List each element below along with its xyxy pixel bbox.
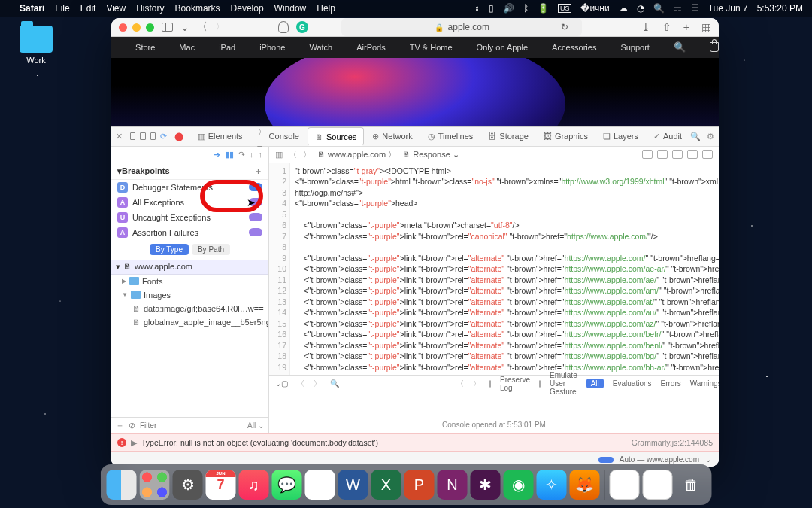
nav-airpods[interactable]: AirPods <box>356 43 386 52</box>
view-icon-3[interactable] <box>687 150 698 159</box>
view-icon-2[interactable] <box>672 150 683 159</box>
add-breakpoint-button[interactable]: ＋ <box>254 166 262 177</box>
dock-document-1[interactable]: 🗎 <box>610 470 640 500</box>
nav-search-icon[interactable]: 🔍 <box>674 41 686 53</box>
tab-overview-icon[interactable]: ▦ <box>701 21 711 33</box>
view-icon-1[interactable] <box>657 150 668 159</box>
filter-input[interactable] <box>140 421 243 430</box>
breakpoint-item[interactable]: UUncaught Exceptions <box>111 210 268 225</box>
console-search-icon[interactable]: 🔍 <box>330 379 339 388</box>
tree-root[interactable]: ▾🗎www.apple.com <box>111 260 268 275</box>
console-toggle-icon[interactable]: ⌄▢ <box>275 379 288 388</box>
sidebar-toggle-icon[interactable] <box>162 23 173 32</box>
step-in-icon[interactable]: ↓ <box>250 150 254 159</box>
spotlight-icon[interactable]: 🔍 <box>653 3 665 14</box>
filter-all[interactable]: All ⌄ <box>247 421 264 430</box>
nav-mac[interactable]: Mac <box>179 43 195 52</box>
dock-onenote[interactable]: N <box>438 470 468 500</box>
breakpoints-header[interactable]: ▾ Breakpoints ＋ <box>111 163 268 180</box>
record-icon[interactable]: ⬤ <box>174 132 183 141</box>
tab-timelines[interactable]: ◷Timelines <box>421 127 480 146</box>
dock-side-icon[interactable] <box>130 132 135 140</box>
sync-icon[interactable]: ☁ <box>619 3 628 14</box>
step-icon[interactable]: ↷ <box>238 150 245 160</box>
nav-ipad[interactable]: iPad <box>219 43 235 52</box>
console-back-icon[interactable]: 〈 <box>297 379 304 389</box>
tab-network[interactable]: ⊕Network <box>365 127 419 146</box>
nav-back-icon[interactable]: 〈 <box>289 149 297 160</box>
battery-icon[interactable]: 🔋 <box>538 3 549 14</box>
nav-support[interactable]: Support <box>620 43 650 52</box>
tree-folder-images[interactable]: ▼Images <box>111 288 268 302</box>
dock-document-2[interactable]: 🗎 <box>643 470 673 500</box>
tab-storage[interactable]: 🗄Storage <box>481 127 535 146</box>
menu-develop[interactable]: Develop <box>231 3 264 14</box>
console-eval[interactable]: Evaluations <box>613 379 652 388</box>
menu-view[interactable]: View <box>106 3 126 14</box>
nav-accessories[interactable]: Accessories <box>552 43 596 52</box>
dock-trash[interactable]: 🗑 <box>676 470 706 500</box>
reload-devtools-icon[interactable]: ⟳ <box>160 132 167 141</box>
tab-audit[interactable]: ✓Audit <box>647 127 689 146</box>
dock-safari[interactable]: ✧ <box>537 470 567 500</box>
console-all-chip[interactable]: All <box>586 379 604 388</box>
filter-by-path[interactable]: By Path <box>192 244 230 255</box>
menu-help[interactable]: Help <box>317 3 335 14</box>
clock-icon[interactable]: ◔ <box>637 3 644 14</box>
back-button[interactable]: 〈 <box>197 20 208 34</box>
input-source-icon[interactable]: US <box>558 4 572 13</box>
filter-by-type[interactable]: By Type <box>150 244 189 255</box>
menubar-date[interactable]: Tue Jun 7 <box>708 3 748 14</box>
dock-music[interactable]: ♫ <box>239 470 269 500</box>
menu-history[interactable]: History <box>136 3 164 14</box>
breadcrumb-host[interactable]: 🗎 www.apple.com 〉 <box>317 149 396 160</box>
battery-alt-icon[interactable]: ▯ <box>489 3 494 14</box>
preserve-log-checkbox[interactable] <box>489 380 491 388</box>
console-forward-icon[interactable]: 〉 <box>314 379 321 389</box>
dock-firefox[interactable]: 🦊 <box>570 470 600 500</box>
dock-launchpad[interactable] <box>140 470 170 500</box>
nav-iphone[interactable]: iPhone <box>259 43 285 52</box>
minimize-window-button[interactable] <box>132 23 141 32</box>
tab-layers[interactable]: ❏Layers <box>596 127 645 146</box>
nav-bag-icon[interactable] <box>710 42 719 52</box>
grammarly-extension-icon[interactable]: G <box>296 21 308 33</box>
close-window-button[interactable] <box>119 23 127 32</box>
emulate-gesture-checkbox[interactable] <box>539 380 541 388</box>
tab-graphics[interactable]: 🖼Graphics <box>537 127 595 146</box>
dock-spotify[interactable]: ◉ <box>504 470 534 500</box>
bluetooth-icon[interactable]: ᛒ <box>523 3 529 14</box>
wifi-icon[interactable]: �ични <box>580 3 609 14</box>
menu-bookmarks[interactable]: Bookmarks <box>175 3 220 14</box>
tab-elements[interactable]: ▥Elements <box>191 127 250 146</box>
dock-chrome[interactable]: ◉ <box>305 470 335 500</box>
console-error-row[interactable]: ! ▶ TypeError: null is not an object (ev… <box>111 433 719 452</box>
dock-bottom-icon[interactable] <box>140 132 145 140</box>
view-icon-4[interactable] <box>702 150 713 159</box>
console-warnings[interactable]: Warnings <box>690 379 719 388</box>
dock-slack[interactable]: ✱ <box>471 470 501 500</box>
downloads-icon[interactable]: ⤓ <box>641 21 650 33</box>
dock-excel[interactable]: X <box>371 470 401 500</box>
privacy-shield-icon[interactable] <box>278 21 289 33</box>
forward-button[interactable]: 〉 <box>215 20 226 34</box>
zoom-window-button[interactable] <box>146 23 154 32</box>
tab-group-chevron-icon[interactable]: ⌄ <box>180 21 189 33</box>
tree-folder-fonts[interactable]: ▶Fonts <box>111 275 268 288</box>
dock-undock-icon[interactable] <box>150 132 156 140</box>
nav-watch[interactable]: Watch <box>309 43 332 52</box>
status-text[interactable]: Auto — www.apple.com <box>620 455 699 464</box>
console-filter-input[interactable] <box>348 379 438 388</box>
breadcrumb-response[interactable]: 🗎 Response ⌄ <box>402 150 459 160</box>
share-icon[interactable]: ⇧ <box>662 21 671 33</box>
tab-console[interactable]: 〉_Console <box>251 127 306 146</box>
dock-finder[interactable] <box>107 470 137 500</box>
dropbox-icon[interactable]: ⩇ <box>475 3 480 14</box>
volume-icon[interactable]: 🔊 <box>503 3 514 14</box>
pause-icon[interactable]: ▮▮ <box>225 150 234 160</box>
breakpoint-item[interactable]: AAll Exceptions <box>111 195 268 210</box>
dock-calendar[interactable]: 7 <box>206 470 236 500</box>
error-source[interactable]: Grammarly.js:2:144085 <box>632 438 713 447</box>
nav-store[interactable]: Store <box>135 43 155 52</box>
devtools-settings-icon[interactable]: ⚙ <box>707 132 714 141</box>
